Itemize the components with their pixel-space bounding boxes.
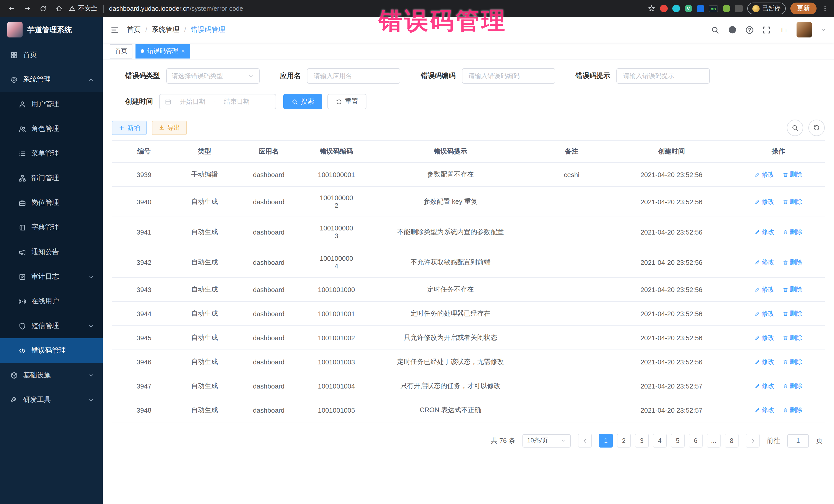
sidebar-item-error-code[interactable]: 错误码管理 [0,338,103,363]
edit-link[interactable]: 修改 [754,333,774,342]
page-size-select[interactable]: 10条/页 [523,434,571,447]
cell-ops: 修改 删除 [732,217,825,247]
edit-link[interactable]: 修改 [754,227,774,236]
edit-label: 修改 [762,285,774,294]
sidebar-item-label: 审计日志 [31,272,59,281]
delete-link[interactable]: 删除 [783,381,803,390]
bookmark-star-icon[interactable] [648,5,655,12]
delete-link[interactable]: 删除 [783,309,803,318]
user-avatar[interactable] [796,22,812,38]
edit-link[interactable]: 修改 [754,197,774,206]
tab-home[interactable]: 首页 [110,44,132,58]
breadcrumb-system[interactable]: 系统管理 [152,25,180,35]
error-code-input[interactable] [467,72,549,80]
sidebar-item-dictionary[interactable]: 字典管理 [0,215,103,240]
update-button[interactable]: 更新 [790,3,816,14]
extension-icon-pin[interactable] [735,5,743,12]
tab-error-code[interactable]: 错误码管理 × [135,44,190,58]
kebab-menu-icon[interactable] [821,5,829,12]
sidebar-item-audit-log[interactable]: 审计日志 [0,264,103,289]
cell-type: 自动生成 [176,278,233,302]
delete-link[interactable]: 删除 [783,357,803,366]
delete-link[interactable]: 删除 [783,258,803,267]
home-icon[interactable] [53,2,65,15]
reset-button[interactable]: 重置 [327,94,367,109]
help-icon[interactable] [745,25,754,34]
search-button[interactable]: 搜索 [283,94,322,109]
start-date-input[interactable] [175,97,211,106]
table-toolbar: 新增 导出 [112,119,825,136]
edit-link[interactable]: 修改 [754,357,774,366]
delete-link[interactable]: 删除 [783,170,803,179]
next-page-button[interactable] [746,434,760,447]
edit-label: 修改 [762,357,774,366]
extension-icon-red[interactable] [660,5,667,12]
sidebar-item-devtools[interactable]: 研发工具 [0,388,103,412]
cell-type: 自动生成 [176,398,233,422]
sidebar-item-notices[interactable]: 通知公告 [0,240,103,264]
page-button-3[interactable]: 3 [635,434,649,447]
delete-link[interactable]: 删除 [783,227,803,236]
security-chip[interactable]: 不安全 [69,4,97,13]
edit-link[interactable]: 修改 [754,381,774,390]
sidebar-item-online-users[interactable]: 在线用户 [0,289,103,313]
sidebar-toggle[interactable] [110,25,119,34]
fullscreen-icon[interactable] [762,25,771,34]
page-button-8[interactable]: 8 [725,434,739,447]
edit-link[interactable]: 修改 [754,406,774,414]
font-size-icon[interactable] [779,25,788,35]
sidebar-item-home[interactable]: 首页 [0,43,103,67]
edit-link[interactable]: 修改 [754,285,774,294]
page-button-1[interactable]: 1 [599,434,613,447]
sidebar-item-infrastructure[interactable]: 基础设施 [0,363,103,388]
reload-icon[interactable] [37,2,49,15]
page-button-5[interactable]: 5 [671,434,685,447]
page-button-2[interactable]: 2 [617,434,631,447]
caret-down-icon[interactable] [820,27,826,33]
delete-link[interactable]: 删除 [783,333,803,342]
delete-link[interactable]: 删除 [783,285,803,294]
breadcrumb-home[interactable]: 首页 [127,25,140,35]
extension-icon-blue[interactable] [697,5,704,12]
date-range-picker[interactable]: - [159,94,276,109]
goto-page-input[interactable] [787,434,809,447]
delete-link[interactable]: 删除 [783,197,803,206]
vpn-on-badge[interactable]: on [708,5,718,12]
export-button[interactable]: 导出 [152,120,187,135]
edit-icon [754,383,760,389]
forward-icon[interactable] [21,2,34,15]
page-button-6[interactable]: 6 [689,434,703,447]
error-type-select[interactable]: 请选择错误码类型 [166,68,259,84]
prev-page-button[interactable] [578,434,592,447]
sidebar-item-departments[interactable]: 部门管理 [0,166,103,191]
column-header-msg: 错误码提示 [369,140,532,162]
edit-link[interactable]: 修改 [754,258,774,267]
vue-devtools-icon[interactable]: V [684,5,692,12]
end-date-input[interactable] [219,97,255,106]
more-pages-button[interactable]: ... [707,434,721,447]
edit-link[interactable]: 修改 [754,309,774,318]
extension-icon-green[interactable] [723,5,730,12]
page-button-4[interactable]: 4 [653,434,667,447]
sidebar-item-users[interactable]: 用户管理 [0,92,103,116]
add-button[interactable]: 新增 [112,120,147,135]
sidebar-item-positions[interactable]: 岗位管理 [0,191,103,215]
url-bar[interactable]: dashboard.yudao.iocoder.cn/system/error-… [109,5,243,12]
extension-icon-teal[interactable] [672,5,680,12]
divider [103,4,104,13]
delete-link[interactable]: 删除 [783,406,803,414]
paused-badge[interactable]: 已暂停 [747,3,786,14]
app-name-input[interactable] [312,72,395,80]
error-hint-input[interactable] [622,72,704,80]
edit-link[interactable]: 修改 [754,170,774,179]
github-icon[interactable] [728,25,737,35]
close-icon[interactable]: × [181,48,185,54]
sidebar-item-sms[interactable]: 短信管理 [0,313,103,338]
refresh-table-button[interactable] [808,119,825,136]
sidebar-item-roles[interactable]: 角色管理 [0,116,103,141]
back-icon[interactable] [5,2,18,15]
sidebar-item-menus[interactable]: 菜单管理 [0,141,103,166]
show-search-button[interactable] [787,119,803,136]
sidebar-item-system[interactable]: 系统管理 [0,67,103,92]
search-icon[interactable] [711,25,720,34]
